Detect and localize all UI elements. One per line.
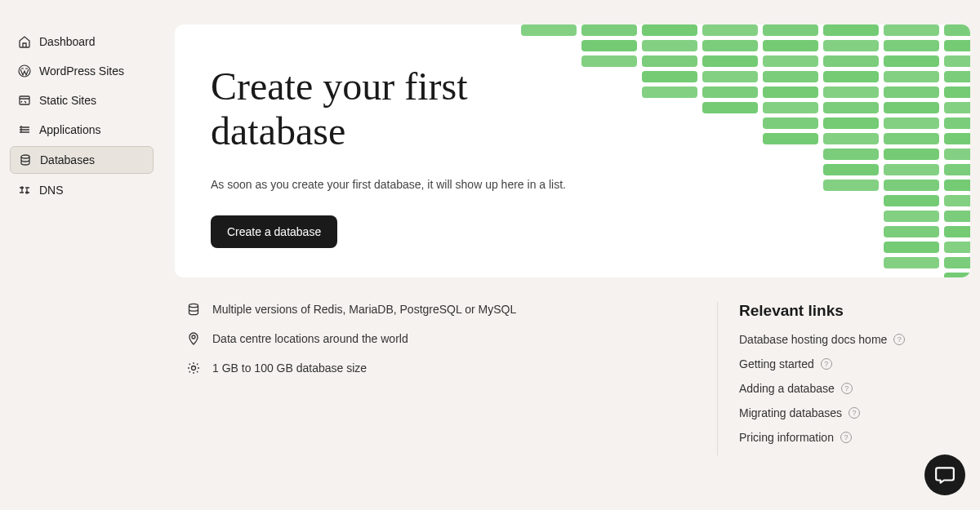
below-section: Multiple versions of Redis, MariaDB, Pos… (175, 302, 970, 455)
link-getting-started[interactable]: Getting started ? (739, 357, 970, 370)
main-content: Create your first database As soon as yo… (163, 0, 980, 510)
link-label: Database hosting docs home (739, 333, 887, 346)
svg-point-5 (189, 304, 198, 307)
help-icon: ? (849, 407, 860, 419)
sidebar-item-dashboard[interactable]: Dashboard (10, 29, 154, 55)
svg-rect-1 (20, 96, 29, 104)
sidebar-item-label: Dashboard (39, 35, 96, 48)
feature-item: 1 GB to 100 GB database size (186, 361, 684, 375)
sidebar-item-label: Applications (39, 123, 101, 136)
feature-text: 1 GB to 100 GB database size (212, 361, 367, 375)
wordpress-icon (18, 64, 31, 78)
link-label: Migrating databases (739, 406, 842, 419)
link-docs-home[interactable]: Database hosting docs home ? (739, 333, 970, 346)
sidebar-item-label: Databases (40, 153, 95, 166)
sidebar-item-applications[interactable]: Applications (10, 117, 154, 143)
feature-text: Multiple versions of Redis, MariaDB, Pos… (212, 303, 516, 316)
sidebar: Dashboard WordPress Sites Static Sites A… (0, 0, 163, 510)
links-title: Relevant links (739, 302, 970, 320)
feature-item: Data centre locations around the world (186, 331, 684, 346)
feature-item: Multiple versions of Redis, MariaDB, Pos… (186, 302, 684, 317)
link-label: Pricing information (739, 431, 834, 444)
help-icon: ? (821, 358, 832, 370)
hero-title: Create your first database (211, 64, 554, 153)
gear-icon (186, 361, 201, 375)
relevant-links-panel: Relevant links Database hosting docs hom… (717, 302, 970, 455)
sidebar-item-label: Static Sites (39, 94, 96, 107)
svg-point-2 (21, 155, 29, 158)
link-adding-database[interactable]: Adding a database ? (739, 382, 970, 395)
dns-icon (18, 184, 31, 197)
sidebar-item-dns[interactable]: DNS (10, 177, 154, 203)
chat-icon (934, 464, 956, 486)
feature-text: Data centre locations around the world (212, 332, 408, 345)
sidebar-item-label: DNS (39, 184, 64, 197)
svg-point-4 (26, 192, 28, 193)
sidebar-item-databases[interactable]: Databases (10, 146, 154, 174)
link-label: Getting started (739, 357, 814, 370)
link-pricing[interactable]: Pricing information ? (739, 431, 970, 444)
features-list: Multiple versions of Redis, MariaDB, Pos… (175, 302, 684, 455)
help-icon: ? (840, 432, 852, 443)
help-icon: ? (841, 383, 853, 394)
location-icon (186, 331, 201, 346)
decorative-bricks (521, 24, 970, 277)
applications-icon (18, 123, 31, 136)
svg-point-6 (192, 335, 195, 339)
database-icon (19, 153, 32, 166)
chat-widget-button[interactable] (924, 455, 965, 495)
svg-point-3 (21, 187, 23, 188)
home-icon (18, 35, 31, 48)
svg-point-7 (192, 366, 196, 370)
sidebar-item-label: WordPress Sites (39, 64, 124, 78)
hero-card: Create your first database As soon as yo… (175, 24, 970, 277)
hero-description: As soon as you create your first databas… (211, 178, 934, 191)
sidebar-item-wordpress[interactable]: WordPress Sites (10, 58, 154, 84)
create-database-button[interactable]: Create a database (211, 215, 337, 248)
sidebar-item-static-sites[interactable]: Static Sites (10, 87, 154, 113)
link-migrating-databases[interactable]: Migrating databases ? (739, 406, 970, 419)
static-sites-icon (18, 94, 31, 107)
help-icon: ? (893, 334, 905, 345)
link-label: Adding a database (739, 382, 835, 395)
database-icon (186, 302, 201, 317)
